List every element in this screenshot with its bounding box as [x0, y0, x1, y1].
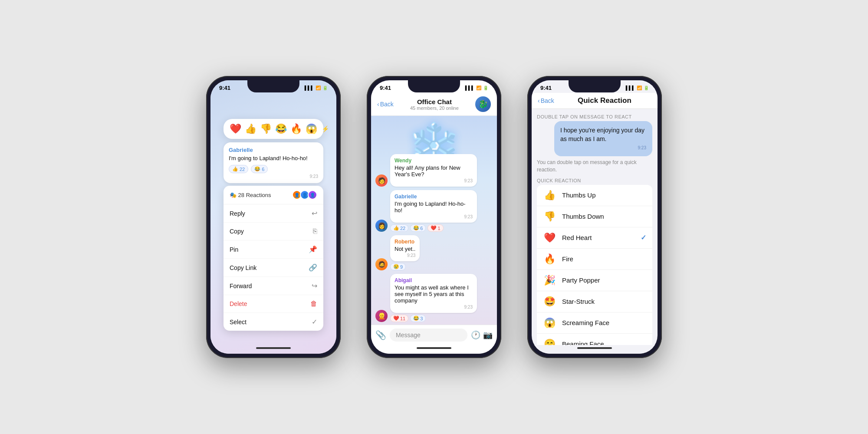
- laugh-emoji: 😂: [254, 166, 260, 172]
- back-button-3[interactable]: ‹ Back: [538, 97, 554, 104]
- time-1: 9:41: [219, 85, 230, 91]
- menu-reply[interactable]: Reply ↩: [224, 204, 323, 223]
- reaction-item-fire[interactable]: 🔥 Fire: [537, 249, 652, 270]
- clock-icon[interactable]: 🕐: [471, 330, 480, 340]
- gabrielle-time: 9:23: [395, 214, 473, 219]
- notch-2: [408, 80, 460, 92]
- menu-copy-link[interactable]: Copy Link 🔗: [224, 259, 323, 277]
- abigail-text: You might as well ask where I see myself…: [395, 284, 473, 304]
- reaction-item-starstruck[interactable]: 🤩 Star-Struck: [537, 291, 652, 312]
- menu-forward-label: Forward: [230, 283, 252, 289]
- back-button-2[interactable]: ‹ Back: [377, 101, 394, 108]
- reactions-count-label: 🎭 28 Reactions: [230, 192, 271, 198]
- more-emoji-btn[interactable]: ⚡: [322, 125, 329, 132]
- heart-name: Red Heart: [562, 234, 635, 241]
- chat-input-bar: 📎 Message 🕐 📷: [371, 325, 497, 345]
- wifi-icon-2: 📶: [476, 85, 481, 90]
- reaction-badge-thumbs[interactable]: 👍 22: [229, 165, 248, 173]
- message-input[interactable]: Message: [390, 329, 467, 342]
- chat-subtitle: 45 members, 20 online: [397, 105, 472, 111]
- messages-list: 🧑 Wendy Hey all! Any plans for New Year'…: [375, 154, 493, 325]
- forward-icon: ↪: [312, 282, 317, 290]
- gabrielle-react-heart[interactable]: ❤️ 1: [427, 224, 443, 232]
- emoji-heart[interactable]: ❤️: [230, 123, 241, 135]
- roberto-time: 9:23: [395, 253, 415, 258]
- abigail-time: 9:23: [395, 305, 473, 309]
- wifi-icon-3: 📶: [637, 85, 642, 90]
- gabrielle-avatar: 👩: [375, 220, 388, 232]
- emoji-fire[interactable]: 🔥: [290, 123, 302, 135]
- delete-icon: 🗑: [310, 300, 317, 308]
- party-emoji: 🎉: [543, 275, 556, 286]
- notch-1: [247, 80, 299, 92]
- wendy-bubble-1[interactable]: Wendy Hey all! Any plans for New Year's …: [390, 154, 477, 187]
- reaction-item-party[interactable]: 🎉 Party Popper: [537, 270, 652, 291]
- reactions-avatars: 👤 👤 👤: [294, 190, 317, 200]
- wendy-text-1: Hey all! Any plans for New Year's Eve?: [395, 164, 473, 178]
- emoji-thumbs-down[interactable]: 👎: [260, 123, 272, 135]
- quick-reaction-content: DOUBLE TAP ON MESSAGE TO REACT I hope yo…: [532, 109, 658, 345]
- roberto-reactions: 😢 9: [390, 263, 420, 270]
- signal-icon-2: ▌▌▌: [465, 85, 474, 90]
- roberto-avatar: 🧔: [375, 258, 388, 270]
- gabrielle-react-thumbs[interactable]: 👍 22: [390, 224, 408, 232]
- back-label-3: Back: [541, 97, 554, 104]
- starstruck-name: Star-Struck: [562, 298, 646, 305]
- menu-copy[interactable]: Copy ⎘: [224, 223, 323, 240]
- reaction-item-heart[interactable]: ❤️ Red Heart ✓: [537, 227, 652, 249]
- copy-icon: ⎘: [313, 227, 317, 235]
- reactions-header[interactable]: 🎭 28 Reactions 👤 👤 👤: [224, 186, 323, 204]
- message-row-4: 👱 Abigail You might as well ask where I …: [375, 274, 493, 322]
- reaction-item-beaming[interactable]: 😁 Beaming Face: [537, 334, 652, 345]
- input-action-icons: 🕐 📷: [471, 330, 493, 340]
- beaming-name: Beaming Face: [562, 340, 646, 345]
- quick-reaction-section: QUICK REACTION 👍 Thumbs Up 👎 Thumbs Down: [537, 178, 652, 345]
- menu-forward[interactable]: Forward ↪: [224, 277, 323, 295]
- home-indicator-2: [417, 347, 451, 349]
- back-chevron-2: ‹: [377, 101, 379, 108]
- signal-icon: ▌▌▌: [305, 85, 314, 90]
- battery-icon: 🔋: [322, 85, 328, 90]
- heart-check: ✓: [641, 233, 646, 242]
- preview-text: I hope you're enjoying your day as much …: [560, 126, 646, 143]
- thumbs-count: 22: [240, 167, 245, 172]
- menu-delete[interactable]: Delete 🗑: [224, 295, 323, 313]
- emoji-laugh[interactable]: 😂: [275, 123, 287, 135]
- thumbs-down-emoji: 👎: [543, 211, 556, 222]
- ctx-timestamp: 9:23: [229, 174, 318, 179]
- status-icons-3: ▌▌▌ 📶 🔋: [626, 85, 649, 90]
- attach-button[interactable]: 📎: [375, 330, 386, 340]
- double-tap-section: DOUBLE TAP ON MESSAGE TO REACT I hope yo…: [537, 114, 652, 174]
- abigail-sender: Abigail: [395, 277, 473, 283]
- emoji-reaction-bar[interactable]: ❤️ 👍 👎 😂 🔥 😱 ⚡: [224, 119, 323, 139]
- menu-select[interactable]: Select ✓: [224, 313, 323, 331]
- phone-2: 9:41 ▌▌▌ 📶 🔋 ‹ Back Office Chat: [367, 76, 501, 358]
- emoji-scream[interactable]: 😱: [306, 123, 317, 135]
- context-popup: ❤️ 👍 👎 😂 🔥 😱 ⚡ Gabrielle I'm going to La…: [224, 119, 323, 331]
- camera-icon[interactable]: 📷: [483, 330, 493, 340]
- roberto-bubble[interactable]: Roberto Not yet.. 9:23: [390, 235, 420, 261]
- roberto-sender: Roberto: [395, 239, 415, 245]
- reaction-item-scream[interactable]: 😱 Screaming Face: [537, 312, 652, 334]
- gabrielle-react-laugh[interactable]: 😂 6: [410, 224, 426, 232]
- reaction-item-thumbs-up[interactable]: 👍 Thumbs Up: [537, 185, 652, 206]
- abigail-reactions: ❤️ 11 😂 3: [390, 315, 477, 322]
- phone-1: 9:41 ▌▌▌ 📶 🔋 ❤️ 👍 👎 😂: [206, 76, 341, 358]
- chat-title-block: Office Chat 45 members, 20 online: [397, 98, 472, 111]
- abigail-bubble[interactable]: Abigail You might as well ask where I se…: [390, 274, 477, 313]
- emoji-thumbs-up[interactable]: 👍: [245, 123, 256, 135]
- reaction-badge-laugh[interactable]: 😂 6: [251, 165, 268, 173]
- chat-group-avatar[interactable]: 🐉: [475, 96, 491, 112]
- menu-pin[interactable]: Pin 📌: [224, 240, 323, 259]
- abigail-react-heart[interactable]: ❤️ 11: [390, 315, 408, 322]
- reaction-item-thumbs-down[interactable]: 👎 Thumbs Down: [537, 206, 652, 227]
- time-2: 9:41: [380, 85, 391, 91]
- fire-name: Fire: [562, 255, 646, 263]
- gabrielle-bubble[interactable]: Gabrielle I'm going to Lapland! Ho-ho-ho…: [390, 190, 477, 223]
- fire-emoji: 🔥: [543, 253, 556, 265]
- battery-icon-2: 🔋: [483, 85, 488, 90]
- laugh-count: 6: [262, 167, 264, 172]
- quick-reaction-title: Quick Reaction: [558, 96, 651, 105]
- roberto-react-cry[interactable]: 😢 9: [390, 263, 406, 270]
- abigail-react-laugh[interactable]: 😂 3: [410, 315, 426, 322]
